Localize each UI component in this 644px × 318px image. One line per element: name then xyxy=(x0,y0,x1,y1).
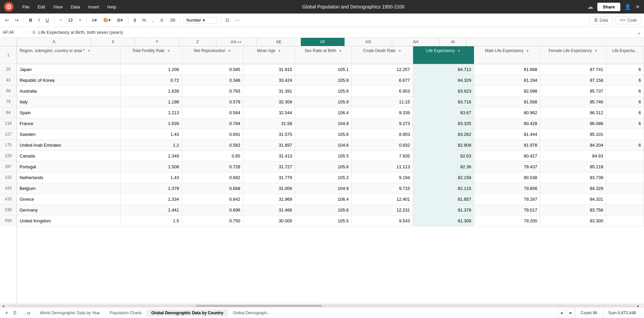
table-cell[interactable]: 9.715 xyxy=(352,183,413,194)
table-cell[interactable]: 1.213 xyxy=(121,107,182,118)
table-cell[interactable]: 80.428 xyxy=(474,118,540,129)
table-cell[interactable]: 81.857 xyxy=(413,194,474,204)
table-cell[interactable]: Greece xyxy=(17,194,121,204)
more-options-button[interactable]: ⋯ xyxy=(233,17,242,24)
code-button[interactable]: </> Code xyxy=(615,16,641,24)
table-cell[interactable] xyxy=(606,215,644,226)
table-cell[interactable]: 82.098 xyxy=(474,85,540,96)
table-cell[interactable]: Portugal xyxy=(17,161,121,172)
comma-button[interactable]: , xyxy=(150,17,156,24)
table-cell[interactable]: 84.329 xyxy=(413,75,474,85)
table-cell[interactable]: 83.739 xyxy=(540,172,606,183)
table-cell[interactable]: 81.194 xyxy=(474,75,540,85)
tab-global-demo[interactable]: Global Demographic Data by Country xyxy=(146,309,228,317)
table-cell[interactable]: 1.379 xyxy=(121,183,182,194)
table-cell[interactable]: 0.72 xyxy=(121,75,182,85)
italic-button[interactable]: I xyxy=(36,17,42,24)
table-cell[interactable]: Australia xyxy=(17,85,121,96)
font-size-decrease[interactable]: − xyxy=(57,17,64,24)
table-row[interactable]: Greece1.3340.64231.969106.412.40181.8577… xyxy=(17,194,644,204)
table-cell[interactable]: 83.923 xyxy=(413,85,474,96)
cell-reference[interactable]: AF:AF xyxy=(3,30,30,35)
table-cell[interactable]: 86.312 xyxy=(540,107,606,118)
horizontal-scrollbar[interactable]: ◄ ► xyxy=(0,304,644,307)
table-cell[interactable]: 79.856 xyxy=(474,183,540,194)
table-cell[interactable]: 87.741 xyxy=(540,64,606,75)
table-cell[interactable]: 82.36 xyxy=(413,161,474,172)
col-header-Z[interactable]: Z xyxy=(179,38,216,46)
table-cell[interactable]: 1.2 xyxy=(121,140,182,150)
table-cell[interactable]: Republic of Korea xyxy=(17,75,121,85)
table-cell[interactable] xyxy=(606,150,644,161)
table-cell[interactable]: 32.544 xyxy=(243,107,295,118)
table-cell[interactable]: 84.331 xyxy=(540,194,606,204)
table-cell[interactable]: 79.437 xyxy=(474,161,540,172)
table-cell[interactable]: 82.63 xyxy=(413,150,474,161)
table-cell[interactable]: 83.716 xyxy=(413,96,474,107)
table-row[interactable]: United Kingdom1.50.75030.000105.59.54381… xyxy=(17,215,644,226)
table-cell[interactable]: 0.696 xyxy=(182,204,243,215)
table-cell[interactable]: 6.953 xyxy=(352,85,413,96)
table-cell[interactable]: 6.677 xyxy=(352,75,413,85)
table-cell[interactable]: United Arab Emirates xyxy=(17,140,121,150)
table-cell[interactable]: 1.508 xyxy=(121,161,182,172)
filter-icon-AG[interactable]: ▼ xyxy=(526,49,529,53)
user-icon[interactable]: 👤 xyxy=(624,4,631,10)
table-cell[interactable]: 80.427 xyxy=(474,150,540,161)
table-cell[interactable]: 0.794 xyxy=(182,118,243,129)
table-cell[interactable]: 0.642 xyxy=(182,194,243,204)
table-row[interactable]: Netherlands1.430.69231.779105.29.19482.1… xyxy=(17,172,644,183)
table-cell[interactable] xyxy=(606,204,644,215)
table-cell[interactable]: 0.692 xyxy=(182,172,243,183)
table-cell[interactable]: 1.43 xyxy=(121,129,182,140)
table-cell[interactable]: 1.43 xyxy=(121,172,182,183)
table-cell[interactable]: 31.413 xyxy=(243,150,295,161)
table-cell[interactable] xyxy=(606,194,644,204)
decimal-decrease[interactable]: .0 xyxy=(157,17,166,24)
table-cell[interactable]: 0.750 xyxy=(182,215,243,226)
filter-icon-X[interactable]: ▼ xyxy=(167,49,170,53)
table-row[interactable]: Belgium1.3790.66831.006104.99.71582.1157… xyxy=(17,183,644,194)
table-cell[interactable]: Spain xyxy=(17,107,121,118)
table-cell[interactable]: 81.688 xyxy=(474,64,540,75)
table-cell[interactable]: 9.194 xyxy=(352,172,413,183)
font-size-increase[interactable]: + xyxy=(76,17,84,24)
table-cell[interactable]: 84.329 xyxy=(540,183,606,194)
table-cell[interactable]: 105.6 xyxy=(295,85,352,96)
table-cell[interactable]: 0.579 xyxy=(182,96,243,107)
table-cell[interactable]: 81.568 xyxy=(474,96,540,107)
table-cell[interactable]: 104.9 xyxy=(295,183,352,194)
underline-button[interactable]: U xyxy=(43,17,51,24)
merge-cells-button[interactable]: ⊡ xyxy=(223,17,232,24)
tab-global-demo2[interactable]: Global Demograph... xyxy=(228,309,275,317)
table-cell[interactable]: 31.915 xyxy=(243,64,295,75)
table-cell[interactable]: 85.746 xyxy=(540,96,606,107)
table-cell[interactable]: Japan xyxy=(17,64,121,75)
tab-world-demo[interactable]: World Demographic Data by Year xyxy=(35,309,105,317)
table-cell[interactable]: 31.58 xyxy=(243,118,295,129)
table-row[interactable]: Republic of Korea0.720.34833.424105.86.6… xyxy=(17,75,644,85)
font-size-input[interactable]: 13 xyxy=(65,17,76,24)
table-cell[interactable]: 6 xyxy=(606,85,644,96)
table-cell[interactable]: 87.158 xyxy=(540,75,606,85)
table-cell[interactable]: 105.1 xyxy=(295,64,352,75)
table-cell[interactable]: 0.668 xyxy=(182,183,243,194)
table-cell[interactable]: 12.257 xyxy=(352,64,413,75)
table-cell[interactable]: 7.935 xyxy=(352,150,413,161)
col-header-AG[interactable]: AG xyxy=(345,38,392,46)
table-cell[interactable]: Germany xyxy=(17,204,121,215)
table-cell[interactable]: 81.978 xyxy=(474,140,540,150)
table-cell[interactable]: 6 xyxy=(606,140,644,150)
table-cell[interactable]: 105.5 xyxy=(295,150,352,161)
bold-button[interactable]: B xyxy=(27,17,34,24)
filter-icon-AA[interactable]: ▼ xyxy=(339,49,342,53)
table-cell[interactable]: 85.101 xyxy=(540,129,606,140)
table-cell[interactable]: 86.088 xyxy=(540,118,606,129)
table-cell[interactable]: 105.9 xyxy=(295,96,352,107)
table-cell[interactable]: 9.339 xyxy=(352,107,413,118)
tab-history[interactable]: ...ry xyxy=(19,309,35,317)
table-cell[interactable]: 0.793 xyxy=(182,85,243,96)
table-cell[interactable]: 1.334 xyxy=(121,194,182,204)
table-cell[interactable]: 1.198 xyxy=(121,96,182,107)
scroll-thumb[interactable] xyxy=(196,305,322,307)
